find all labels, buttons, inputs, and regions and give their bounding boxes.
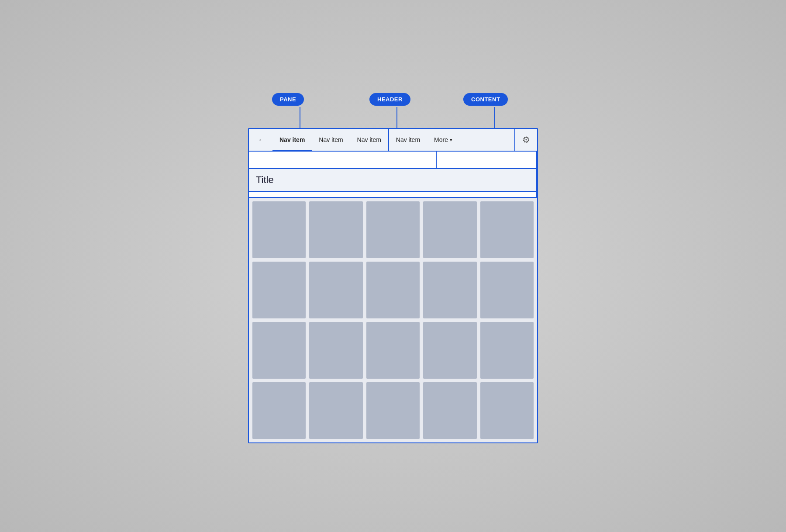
more-label: More [434,136,448,143]
grid-cell[interactable] [366,201,420,258]
header-annotation-badge: HEADER [369,93,410,106]
back-icon: ← [258,135,265,145]
grid-cell[interactable] [366,382,420,439]
grid-cell[interactable] [423,201,476,258]
nav-item-2-label: Nav item [319,136,343,143]
nav-item-1[interactable]: Nav item [272,129,312,152]
main-frame: ← Nav item Nav item Nav item Nav item [248,128,538,443]
content-annotation-line [494,107,495,128]
grid-cell[interactable] [480,322,534,379]
page-title: Title [256,174,274,186]
nav-item-2[interactable]: Nav item [312,129,350,152]
grid-cell[interactable] [252,262,306,318]
grid-cell[interactable] [309,201,362,258]
grid-cell[interactable] [480,201,534,258]
pane-annotation-badge: PANE [272,93,304,106]
grid-cell[interactable] [252,382,306,439]
grid-cell[interactable] [480,382,534,439]
content-grid [249,198,537,442]
nav-item-1-label: Nav item [279,136,305,143]
nav-item-more[interactable]: More ▾ [427,128,459,151]
grid-cell[interactable] [480,262,534,318]
nav-right-area: ⚙ [515,133,532,147]
nav-item-3[interactable]: Nav item [350,129,388,152]
title-pane: Title [249,169,537,191]
grid-cell[interactable] [309,262,362,318]
nav-item-3-label: Nav item [357,136,381,143]
content-annotation-badge: CONTENT [463,93,508,106]
grid-cell[interactable] [366,262,420,318]
grid-cell[interactable] [252,322,306,379]
content-divider-strip [249,192,537,198]
header-annotation-line [396,107,397,128]
grid-cell[interactable] [309,382,362,439]
grid-cell[interactable] [309,322,362,379]
grid-cell[interactable] [423,322,476,379]
sub-header-pane [249,152,437,168]
grid-cell[interactable] [423,382,476,439]
back-button[interactable]: ← [254,134,269,146]
chevron-down-icon: ▾ [450,137,452,143]
pane-annotation-line [300,107,300,128]
grid-cell[interactable] [423,262,476,318]
nav-item-4-label: Nav item [396,136,420,143]
nav-item-4[interactable]: Nav item [389,129,427,152]
nav-bar: ← Nav item Nav item Nav item Nav item [249,129,537,152]
sub-header-header [437,152,537,168]
grid-cell[interactable] [366,322,420,379]
title-area: Title [249,169,537,192]
grid-cell[interactable] [252,201,306,258]
nav-items: Nav item Nav item Nav item Nav item More… [272,128,514,151]
settings-icon[interactable]: ⚙ [521,133,532,147]
sub-header [249,152,537,169]
